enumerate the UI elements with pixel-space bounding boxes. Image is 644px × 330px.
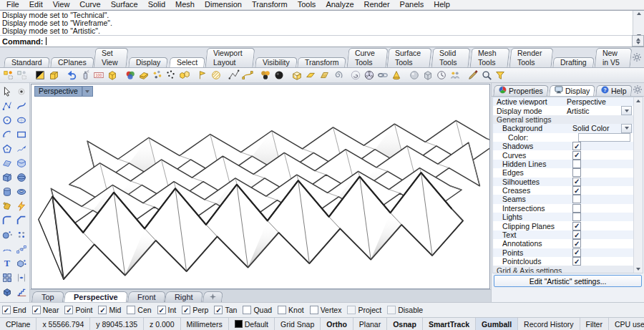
tabstrip-gear-icon[interactable] bbox=[633, 53, 641, 63]
menu-view[interactable]: View bbox=[48, 0, 75, 9]
hatch-circle-icon[interactable] bbox=[209, 69, 223, 82]
curve-tool-icon[interactable] bbox=[14, 99, 29, 113]
checkbox-annotations[interactable]: ✓ bbox=[572, 239, 581, 248]
edit-artistic-settings-button[interactable]: Edit "Artistic" settings... bbox=[494, 275, 642, 287]
viewport-menu-arrow-icon[interactable] bbox=[82, 86, 93, 97]
osnap-checkbox[interactable] bbox=[387, 306, 396, 314]
osnap-checkbox[interactable]: ✓ bbox=[32, 306, 41, 314]
status-default[interactable]: Default bbox=[229, 318, 275, 330]
setting-row-creases[interactable]: Creases✓ bbox=[493, 186, 633, 195]
checkbox-clipping-planes[interactable]: ✓ bbox=[572, 222, 581, 230]
surface-patch-icon[interactable] bbox=[0, 156, 14, 170]
ellipse-tool-icon[interactable] bbox=[14, 113, 29, 127]
block-points-icon[interactable] bbox=[14, 256, 29, 271]
setting-row-intersections[interactable]: Intersections bbox=[493, 204, 633, 213]
curve-from-object-icon[interactable] bbox=[0, 228, 14, 242]
distribute-icon[interactable] bbox=[14, 271, 29, 285]
layer-wedge-icon[interactable] bbox=[137, 69, 150, 82]
toolbar-tab-mesh-tools[interactable]: Mesh Tools bbox=[469, 48, 509, 67]
color-wheel-icon[interactable] bbox=[123, 69, 137, 82]
filter-funnel-icon[interactable] bbox=[493, 69, 507, 82]
setting-row-hidden-lines[interactable]: Hidden Lines bbox=[493, 160, 633, 168]
undo-icon[interactable] bbox=[64, 69, 78, 82]
toolbar-tab-display[interactable]: Display bbox=[128, 57, 168, 67]
status-ortho[interactable]: Ortho bbox=[321, 318, 353, 330]
rectangle-tool-icon[interactable] bbox=[14, 127, 29, 142]
setting-row-pointclouds[interactable]: Pointclouds✓ bbox=[493, 257, 633, 266]
perspective-viewport[interactable]: Perspective bbox=[31, 84, 490, 289]
toolbar-tab-new-in-v5[interactable]: New in V5 bbox=[595, 48, 633, 67]
toolbar-tab-transform[interactable]: Transform bbox=[298, 57, 347, 67]
new-viewport-tab-button[interactable] bbox=[203, 291, 223, 302]
toolbar-tab-standard[interactable]: Standard bbox=[4, 57, 49, 67]
osnap-checkbox[interactable]: ✓ bbox=[214, 306, 223, 314]
rebuild-curve-icon[interactable] bbox=[14, 242, 29, 256]
menu-transform[interactable]: Transform bbox=[247, 0, 293, 9]
freeform-icon[interactable] bbox=[14, 142, 29, 156]
osnap-checkbox[interactable]: ✓ bbox=[157, 306, 166, 314]
shaded-cube-icon[interactable] bbox=[105, 69, 119, 82]
explode-icon[interactable] bbox=[0, 199, 14, 213]
command-line[interactable]: Command: bbox=[0, 35, 644, 47]
render-balls-icon[interactable] bbox=[258, 69, 272, 82]
box-tool-icon[interactable] bbox=[0, 170, 14, 185]
setting-row-silhouettes[interactable]: Silhouettes✓ bbox=[493, 178, 633, 186]
setting-row-seams[interactable]: Seams bbox=[493, 195, 633, 203]
checkbox-shadows[interactable]: ✓ bbox=[572, 142, 581, 150]
osnap-vertex[interactable]: Vertex bbox=[310, 306, 342, 314]
chamfer-icon[interactable] bbox=[14, 213, 29, 228]
toolbar-tab-viewport-layout[interactable]: Viewport Layout bbox=[205, 48, 255, 67]
panel-tab-help[interactable]: ?Help bbox=[596, 85, 633, 96]
toolbar-tab-select[interactable]: Select bbox=[169, 57, 205, 67]
toolbar-tab-render-tools[interactable]: Render Tools bbox=[509, 48, 552, 67]
boom-icon[interactable] bbox=[14, 199, 29, 213]
text-tool-icon[interactable]: T bbox=[0, 256, 14, 271]
osnap-end[interactable]: ✓End bbox=[2, 306, 26, 314]
osnap-checkbox[interactable] bbox=[127, 306, 135, 314]
setting-row-edges[interactable]: Edges bbox=[493, 168, 633, 177]
fillet-icon[interactable] bbox=[0, 213, 14, 228]
osnap-int[interactable]: ✓Int bbox=[157, 306, 177, 314]
osnap-checkbox[interactable]: ✓ bbox=[64, 306, 73, 314]
setting-row-lights[interactable]: Lights bbox=[493, 213, 633, 221]
pointer-icon[interactable] bbox=[0, 84, 14, 99]
arc-tool-icon[interactable] bbox=[0, 127, 14, 142]
points-pair-icon[interactable] bbox=[14, 228, 29, 242]
people-pair-icon[interactable] bbox=[448, 69, 462, 82]
status-grid-snap[interactable]: Grid Snap bbox=[275, 318, 321, 330]
command-expand-button[interactable] bbox=[632, 35, 644, 47]
gray-cube-icon[interactable] bbox=[421, 69, 434, 82]
panel-tab-display[interactable]: Display bbox=[549, 85, 595, 96]
point-cloud-icon[interactable] bbox=[150, 69, 164, 82]
osnap-checkbox[interactable]: ✓ bbox=[2, 306, 11, 314]
osnap-disable[interactable]: Disable bbox=[387, 306, 423, 314]
panel-scroll-up-icon[interactable] bbox=[636, 100, 640, 102]
menu-file[interactable]: File bbox=[1, 0, 24, 9]
status-record-history[interactable]: Record History bbox=[518, 318, 580, 330]
checkbox-creases[interactable]: ✓ bbox=[572, 186, 581, 195]
osnap-knot[interactable]: Knot bbox=[278, 306, 304, 314]
menu-render[interactable]: Render bbox=[359, 0, 395, 9]
osnap-mid[interactable]: ✓Mid bbox=[98, 306, 121, 314]
panel-scroll-down-icon[interactable] bbox=[636, 268, 640, 271]
checkbox-curves[interactable]: ✓ bbox=[572, 151, 581, 160]
checkbox-points[interactable]: ✓ bbox=[572, 248, 581, 257]
torus-tool-icon[interactable] bbox=[14, 185, 29, 199]
checkbox-edges[interactable] bbox=[572, 168, 581, 177]
setting-row-text[interactable]: Text✓ bbox=[493, 230, 633, 239]
cube-pair-icon[interactable] bbox=[177, 69, 191, 82]
status-millimeters[interactable]: Millimeters bbox=[181, 318, 229, 330]
grid-panel-icon[interactable] bbox=[317, 69, 331, 82]
osnap-cen[interactable]: Cen bbox=[127, 306, 151, 314]
spiral-circle-icon[interactable] bbox=[348, 69, 362, 82]
polyline-tool-icon[interactable] bbox=[0, 99, 14, 113]
plane-icon[interactable] bbox=[303, 69, 317, 82]
toolbar-tab-curve-tools[interactable]: Curve Tools bbox=[346, 48, 387, 67]
setting-row-background[interactable]: BackgroundSolid Color bbox=[493, 124, 633, 132]
toolbar-tab-cplanes[interactable]: CPlanes bbox=[50, 57, 94, 67]
viewport-tab-right[interactable]: Right bbox=[165, 291, 203, 302]
menu-analyze[interactable]: Analyze bbox=[321, 0, 358, 9]
checkbox-hidden-lines[interactable] bbox=[572, 160, 581, 168]
panel-gear-icon[interactable] bbox=[633, 85, 642, 95]
osnap-checkbox[interactable] bbox=[243, 306, 251, 314]
